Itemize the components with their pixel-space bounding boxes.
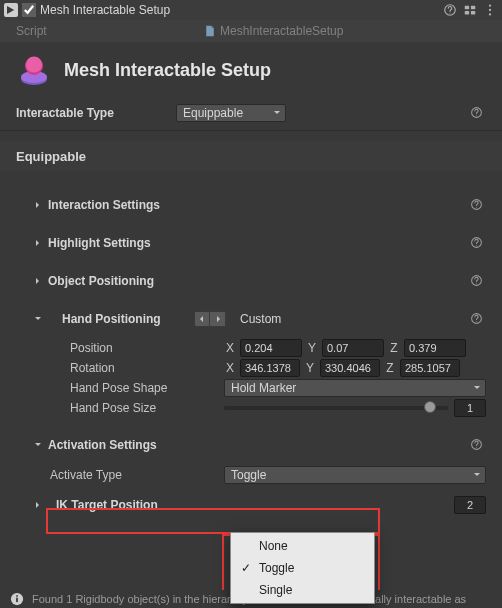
foldout-caret-icon (34, 501, 44, 509)
svg-point-20 (476, 282, 477, 283)
foldout-caret-icon (34, 441, 44, 449)
hand-pose-size-row: Hand Pose Size (70, 398, 486, 418)
equippable-section-title: Equippable (0, 141, 502, 170)
divider (0, 130, 502, 131)
script-row: Script MeshInteractableSetup (0, 20, 502, 42)
component-header-title: Mesh Interactable Setup (40, 3, 438, 17)
help-icon[interactable] (468, 196, 484, 212)
interactable-type-row: Interactable Type Equippable (16, 102, 486, 124)
interactable-type-label: Interactable Type (16, 106, 176, 120)
script-value: MeshInteractableSetup (204, 24, 343, 38)
chevron-down-icon (473, 468, 481, 482)
svg-point-6 (489, 4, 491, 6)
rotation-x-input[interactable] (240, 359, 300, 377)
interaction-settings-foldout[interactable]: Interaction Settings (34, 194, 486, 216)
activation-settings-foldout[interactable]: Activation Settings (34, 434, 486, 456)
svg-rect-2 (465, 6, 469, 10)
check-icon: ✓ (239, 561, 253, 575)
presets-icon[interactable] (462, 2, 478, 18)
kebab-menu-icon[interactable] (482, 2, 498, 18)
chevron-down-icon (273, 106, 281, 120)
rotation-row: Rotation X Y Z (70, 358, 486, 378)
position-y-input[interactable] (322, 339, 384, 357)
position-row: Position X Y Z (70, 338, 486, 358)
popup-option-none[interactable]: None (231, 535, 374, 557)
ik-target-count-input[interactable] (454, 496, 486, 514)
svg-rect-3 (471, 6, 475, 10)
script-label: Script (16, 24, 196, 38)
component-title-row: Mesh Interactable Setup (0, 42, 502, 102)
activate-type-dropdown[interactable]: Toggle (224, 466, 486, 484)
foldout-caret-icon (34, 201, 44, 209)
position-z-input[interactable] (404, 339, 466, 357)
slider-thumb[interactable] (424, 401, 436, 413)
activate-type-row: Activate Type Toggle (50, 464, 486, 486)
help-icon[interactable] (468, 272, 484, 288)
hand-pose-size-slider[interactable] (224, 406, 448, 410)
popup-option-toggle[interactable]: ✓ Toggle (231, 557, 374, 579)
help-icon[interactable] (468, 234, 484, 250)
svg-point-14 (476, 114, 477, 115)
foldout-caret-icon (34, 239, 44, 247)
component-title-text: Mesh Interactable Setup (64, 60, 271, 81)
prev-button[interactable] (194, 311, 210, 327)
rotation-y-input[interactable] (320, 359, 380, 377)
inspector-header: Mesh Interactable Setup (0, 0, 502, 20)
svg-point-1 (449, 13, 450, 14)
script-file-icon (204, 25, 216, 37)
activate-type-popup: None ✓ Toggle Single (230, 532, 375, 604)
component-enabled-checkbox[interactable] (22, 3, 36, 17)
object-positioning-foldout[interactable]: Object Positioning (34, 270, 486, 292)
svg-point-24 (476, 446, 477, 447)
rotation-z-input[interactable] (400, 359, 460, 377)
svg-point-8 (489, 13, 491, 15)
help-icon[interactable] (442, 2, 458, 18)
svg-point-7 (489, 9, 491, 11)
svg-rect-5 (471, 11, 475, 15)
help-icon[interactable] (468, 104, 484, 120)
ik-target-position-foldout[interactable]: IK Target Position (34, 494, 486, 516)
hand-positioning-stepper[interactable] (194, 311, 226, 327)
component-logo-icon (16, 52, 52, 88)
component-icon (4, 3, 18, 17)
foldout-caret-icon (34, 277, 44, 285)
popup-option-single[interactable]: Single (231, 579, 374, 601)
svg-rect-26 (16, 598, 18, 602)
hand-positioning-foldout[interactable]: Hand Positioning Custom (34, 308, 486, 330)
help-icon[interactable] (468, 436, 484, 452)
hand-pose-shape-dropdown[interactable]: Hold Marker (224, 379, 486, 397)
help-icon[interactable] (468, 310, 484, 326)
position-x-input[interactable] (240, 339, 302, 357)
chevron-down-icon (473, 381, 481, 395)
foldout-caret-icon (34, 315, 44, 323)
svg-point-27 (16, 595, 18, 597)
svg-point-16 (476, 206, 477, 207)
interactable-type-dropdown[interactable]: Equippable (176, 104, 286, 122)
highlight-settings-foldout[interactable]: Highlight Settings (34, 232, 486, 254)
next-button[interactable] (210, 311, 226, 327)
hand-pose-size-input[interactable] (454, 399, 486, 417)
svg-point-18 (476, 244, 477, 245)
hand-pose-shape-row: Hand Pose Shape Hold Marker (70, 378, 486, 398)
info-icon (10, 592, 24, 606)
svg-point-22 (476, 320, 477, 321)
svg-rect-4 (465, 11, 469, 15)
svg-point-12 (26, 57, 42, 73)
